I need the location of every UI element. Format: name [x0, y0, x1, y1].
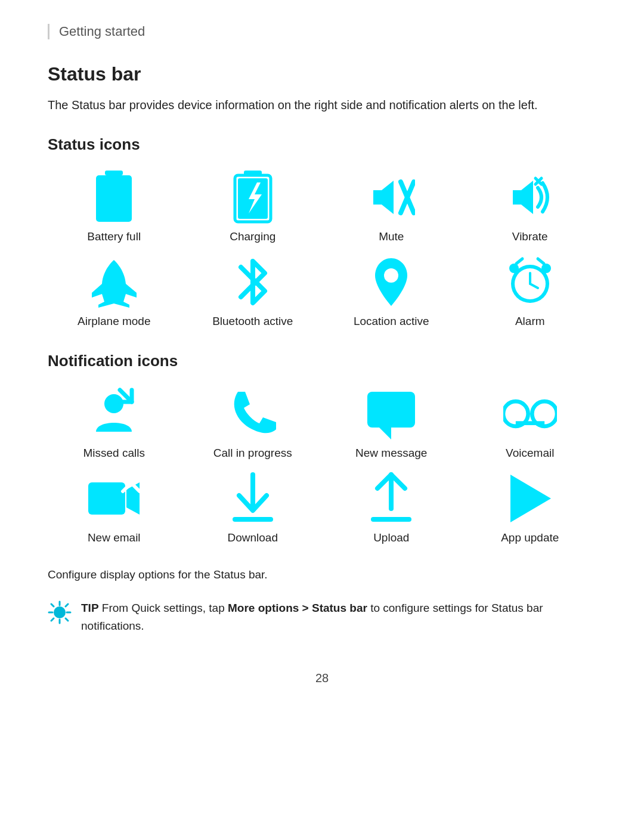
svg-marker-9	[513, 181, 533, 214]
svg-point-18	[541, 264, 551, 273]
airplane-mode-item: Airplane mode	[48, 255, 181, 328]
new-email-icon	[87, 472, 141, 525]
vibrate-icon	[503, 171, 557, 224]
svg-line-41	[66, 618, 68, 621]
voicemail-icon	[503, 387, 557, 441]
tip-section: TIP From Quick settings, tap More option…	[48, 599, 596, 636]
notification-icons-grid: Missed calls Call in progress New messag…	[48, 387, 596, 544]
tip-text: TIP From Quick settings, tap More option…	[81, 599, 596, 636]
location-active-label: Location active	[354, 315, 429, 328]
svg-point-35	[54, 607, 65, 618]
location-active-icon	[364, 255, 418, 309]
new-email-item: New email	[48, 472, 181, 544]
alarm-icon	[503, 255, 557, 309]
new-message-item: New message	[325, 387, 458, 460]
svg-rect-21	[367, 392, 415, 428]
svg-marker-6	[373, 181, 394, 214]
charging-icon	[226, 171, 280, 224]
mute-item: Mute	[325, 171, 458, 243]
status-icons-grid: Battery full Charging Mute	[48, 171, 596, 328]
battery-full-item: Battery full	[48, 171, 181, 243]
call-in-progress-item: Call in progress	[187, 387, 320, 460]
svg-line-42	[66, 604, 68, 606]
svg-marker-34	[510, 475, 551, 522]
download-label: Download	[228, 531, 278, 544]
svg-point-17	[509, 264, 519, 273]
voicemail-label: Voicemail	[506, 447, 554, 460]
bluetooth-active-label: Bluetooth active	[212, 315, 293, 328]
location-active-item: Location active	[325, 255, 458, 328]
breadcrumb-text: Getting started	[59, 24, 145, 39]
airplane-mode-icon	[87, 255, 141, 309]
upload-item: Upload	[325, 472, 458, 544]
svg-line-40	[51, 604, 54, 606]
tip-icon	[48, 600, 72, 624]
vibrate-label: Vibrate	[512, 230, 548, 243]
svg-rect-26	[88, 482, 125, 515]
missed-calls-icon	[87, 387, 141, 441]
configure-text: Configure display options for the Status…	[48, 568, 596, 581]
new-message-label: New message	[355, 447, 427, 460]
app-update-label: App update	[501, 531, 559, 544]
svg-rect-0	[105, 171, 123, 175]
notification-icons-title: Notification icons	[48, 352, 596, 370]
page-title: Status bar	[48, 63, 596, 85]
page-number: 28	[48, 671, 596, 685]
upload-label: Upload	[373, 531, 409, 544]
tip-bold: More options > Status bar	[228, 602, 367, 614]
missed-calls-label: Missed calls	[83, 447, 145, 460]
alarm-label: Alarm	[515, 315, 545, 328]
battery-full-label: Battery full	[87, 230, 141, 243]
alarm-item: Alarm	[464, 255, 597, 328]
airplane-mode-label: Airplane mode	[78, 315, 151, 328]
bluetooth-active-icon	[226, 255, 280, 309]
charging-label: Charging	[230, 230, 275, 243]
section-description: The Status bar provides device informati…	[48, 96, 596, 114]
mute-label: Mute	[379, 230, 404, 243]
svg-rect-1	[96, 175, 132, 222]
new-message-icon	[364, 387, 418, 441]
download-item: Download	[187, 472, 320, 544]
app-update-icon	[503, 472, 557, 525]
app-update-item: App update	[464, 472, 597, 544]
new-email-label: New email	[88, 531, 141, 544]
download-icon	[226, 472, 280, 525]
mute-icon	[364, 171, 418, 224]
status-icons-title: Status icons	[48, 135, 596, 154]
bluetooth-active-item: Bluetooth active	[187, 255, 320, 328]
svg-point-12	[384, 268, 398, 283]
svg-marker-22	[379, 428, 391, 439]
call-in-progress-label: Call in progress	[213, 447, 292, 460]
charging-item: Charging	[187, 171, 320, 243]
svg-line-43	[51, 618, 54, 621]
voicemail-item: Voicemail	[464, 387, 597, 460]
svg-rect-25	[516, 421, 544, 425]
battery-full-icon	[87, 171, 141, 224]
upload-icon	[364, 472, 418, 525]
tip-text-content: From Quick settings, tap	[99, 602, 228, 614]
vibrate-item: Vibrate	[464, 171, 597, 243]
tip-prefix: TIP	[81, 602, 99, 614]
breadcrumb: Getting started	[48, 24, 596, 39]
missed-calls-item: Missed calls	[48, 387, 181, 460]
call-in-progress-icon	[226, 387, 280, 441]
